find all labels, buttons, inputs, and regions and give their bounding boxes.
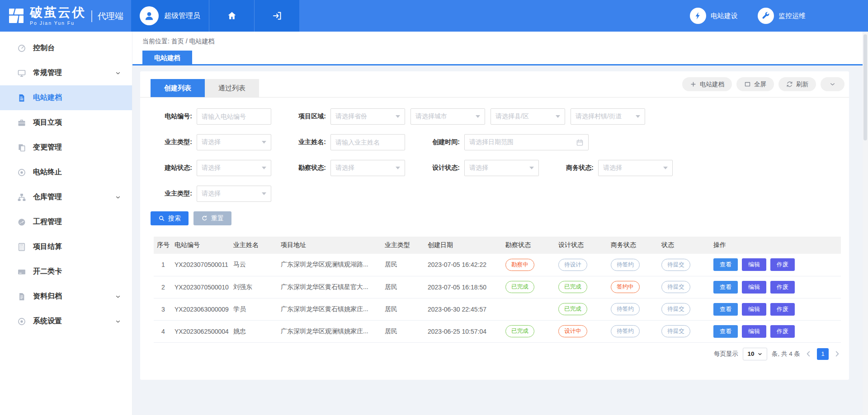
sidebar-item-9[interactable]: 项目结算 <box>0 234 132 259</box>
page-tab[interactable]: 电站建档 <box>142 51 192 65</box>
header-user-segment: 超级管理员 <box>131 0 299 32</box>
filter-select[interactable]: 请选择 <box>598 160 673 176</box>
sidebar-item-6[interactable]: 电站终止 <box>0 160 132 185</box>
filter-select[interactable]: 请选择 <box>197 134 271 150</box>
filter-input[interactable] <box>197 108 271 125</box>
settings-icon <box>17 317 26 326</box>
filter-row-4: 业主类型:请选择 <box>151 186 849 202</box>
header-quick-link-1[interactable]: 电站建设 <box>690 8 738 24</box>
current-page[interactable]: 1 <box>817 348 829 360</box>
action-button-1[interactable]: 查看 <box>713 303 738 316</box>
logout-button[interactable] <box>254 0 299 32</box>
action-button-1[interactable]: 查看 <box>713 281 738 294</box>
action-button-3[interactable]: 作废 <box>770 281 795 294</box>
filter-group: 商务状态:请选择 <box>552 160 673 176</box>
action-button-2[interactable]: 编辑 <box>742 303 766 316</box>
user-menu[interactable]: 超级管理员 <box>131 0 209 32</box>
reset-button[interactable]: 重置 <box>193 211 231 225</box>
chevron-right-icon[interactable] <box>833 350 841 358</box>
header-quick-link-2[interactable]: 监控运维 <box>758 8 806 24</box>
filter-row-2: 业主类型:请选择业主姓名:创建时间:请选择日期范围 <box>151 134 849 150</box>
sidebar-item-1[interactable]: 控制台 <box>0 36 132 61</box>
chevron-left-icon[interactable] <box>805 350 812 358</box>
pagination: 每页显示 10 条, 共 4 条 1 <box>140 348 841 360</box>
toolbar-button-2[interactable]: 全屏 <box>736 77 774 91</box>
sidebar-item-5[interactable]: 变更管理 <box>0 135 132 160</box>
toolbar-more-button[interactable] <box>821 77 844 91</box>
filter-select[interactable]: 请选择 <box>464 160 539 176</box>
filter-group: 电站编号: <box>151 108 271 125</box>
action-button-1[interactable]: 查看 <box>713 325 738 338</box>
filter-date-input[interactable]: 请选择日期范围 <box>464 134 589 150</box>
filter-input[interactable] <box>330 134 405 150</box>
action-button-2[interactable]: 编辑 <box>742 325 766 338</box>
search-button[interactable]: 搜索 <box>151 211 189 225</box>
filter-select[interactable]: 请选择村镇/街道 <box>571 108 645 125</box>
filter-select[interactable]: 请选择省份 <box>330 108 405 125</box>
sidebar-item-8[interactable]: 工程管理 <box>0 210 132 234</box>
list-tab-1[interactable]: 创建列表 <box>151 79 205 97</box>
caret-down-icon <box>396 167 400 169</box>
filter-label: 商务状态: <box>552 164 594 172</box>
page-size-select[interactable]: 10 <box>743 348 767 360</box>
gauge-icon <box>17 218 26 227</box>
caret-down-icon <box>757 351 763 357</box>
created-date: 2023-06-25 10:57:04 <box>426 320 504 342</box>
sidebar-item-4[interactable]: 项目立项 <box>0 110 132 135</box>
page-scrollbar[interactable] <box>863 32 868 415</box>
home-button[interactable] <box>209 0 254 32</box>
scrollbar-thumb[interactable] <box>863 34 867 140</box>
portal-label: 代理端 <box>91 10 123 22</box>
action-button-2[interactable]: 编辑 <box>742 281 766 294</box>
column-header: 设计状态 <box>557 237 609 254</box>
action-button-3[interactable]: 作废 <box>770 303 795 316</box>
filter-label: 业主姓名: <box>284 138 326 146</box>
filter-label: 电站编号: <box>151 112 192 121</box>
person-icon <box>143 10 155 22</box>
owner-name: 学员 <box>231 298 279 320</box>
table-wrap: 序号电站编号业主姓名项目地址业主类型创建日期勘察状态设计状态商务状态状态操作1Y… <box>154 237 841 343</box>
filter-label: 创建时间: <box>418 138 460 146</box>
station-code: YX2023063000009 <box>173 298 231 320</box>
circle-dot-icon <box>17 168 26 177</box>
list-tabs: 创建列表通过列表 <box>151 79 259 97</box>
status-badge: 待签约 <box>611 303 640 315</box>
sidebar-item-2[interactable]: 常规管理 <box>0 61 132 85</box>
plus-icon <box>690 81 697 88</box>
breadcrumb-path[interactable]: 首页 / 电站建档 <box>171 37 215 45</box>
action-button-2[interactable]: 编辑 <box>742 258 766 271</box>
toolbar-button-1[interactable]: 电站建档 <box>682 77 732 91</box>
filter-group: 建站状态:请选择 <box>151 160 271 176</box>
sidebar-item-12[interactable]: 系统设置 <box>0 309 132 334</box>
action-button-3[interactable]: 作废 <box>770 258 795 271</box>
caret-down-icon <box>262 167 266 169</box>
table-row: 4YX2023062500004姚忠广东深圳龙华区观澜镇姚家庄...居民2023… <box>154 320 841 342</box>
status-badge: 待提交 <box>661 259 690 271</box>
filter-select[interactable]: 请选择县/区 <box>491 108 565 125</box>
owner-type: 居民 <box>383 320 426 342</box>
filter-select[interactable]: 请选择 <box>197 160 271 176</box>
chevron-down-icon <box>115 318 121 325</box>
filter-row-3: 建站状态:请选择勘察状态:请选择设计状态:请选择商务状态:请选择 <box>151 160 849 176</box>
home-icon <box>226 10 237 21</box>
logout-icon <box>272 10 283 21</box>
breadcrumb-label: 当前位置: <box>142 37 170 45</box>
monitor-icon <box>17 69 26 78</box>
filter-select[interactable]: 请选择 <box>197 186 271 202</box>
action-button-3[interactable]: 作废 <box>770 325 795 338</box>
sidebar-item-11[interactable]: 资料归档 <box>0 284 132 309</box>
created-date: 2023-07-05 16:42:22 <box>426 254 504 276</box>
sidebar-item-10[interactable]: 开二类卡 <box>0 259 132 284</box>
filter-select[interactable]: 请选择城市 <box>410 108 485 125</box>
sidebar-item-7[interactable]: 仓库管理 <box>0 185 132 210</box>
action-button-1[interactable]: 查看 <box>713 258 738 271</box>
total-label: 条, 共 4 条 <box>772 350 800 358</box>
filter-select[interactable]: 请选择 <box>330 160 405 176</box>
toolbar-button-3[interactable]: 刷新 <box>778 77 816 91</box>
filter-form: 电站编号:项目区域:请选择省份请选择城市请选择县/区请选择村镇/街道业主类型:请… <box>140 98 849 202</box>
column-header: 商务状态 <box>609 237 660 254</box>
dashboard-icon <box>17 44 26 53</box>
sidebar-item-3[interactable]: 电站建档 <box>0 85 132 110</box>
list-tab-2[interactable]: 通过列表 <box>205 79 259 97</box>
column-header: 序号 <box>154 237 173 254</box>
